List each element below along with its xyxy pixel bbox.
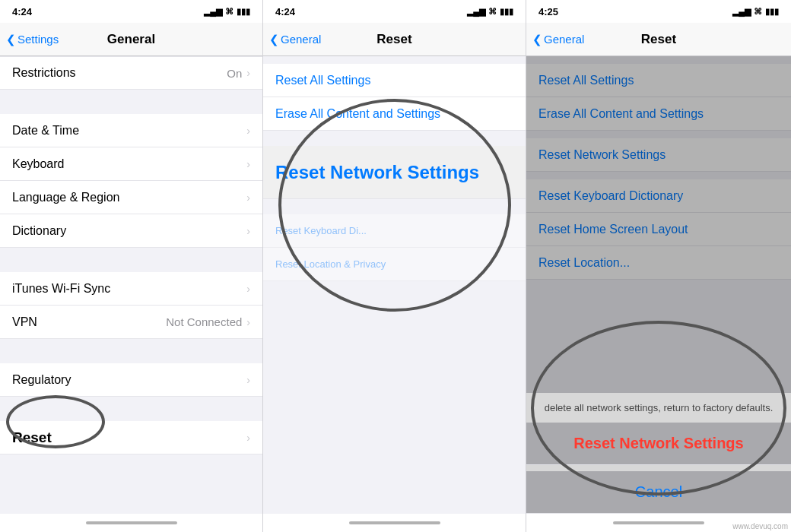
home-indicator-1 <box>0 514 262 532</box>
chevron-icon: › <box>246 67 250 79</box>
list-item-reset[interactable]: Reset › <box>0 421 262 454</box>
status-icons-2: ▂▄▆ ⌘ ▮▮▮ <box>467 7 513 17</box>
itunes-value-group: › <box>246 283 250 295</box>
chevron-icon-8: › <box>246 374 250 386</box>
reset-network-action-label: Reset Network Settings <box>573 435 743 452</box>
mid-reset-all-label: Reset All Settings <box>275 74 370 87</box>
sep-mid-2 <box>263 131 526 146</box>
signal-icon-2: ▂▄▆ <box>467 7 485 17</box>
mid-reset-network[interactable]: Reset Network Settings <box>263 146 526 199</box>
panel-2-reset: 4:24 ▂▄▆ ⌘ ▮▮▮ ❮ General Reset Reset All… <box>263 0 526 532</box>
back-label-1: Settings <box>17 33 59 46</box>
reset-list-2: Reset All Settings Erase All Content and… <box>263 56 526 514</box>
keyboard-label: Keyboard <box>12 157 65 171</box>
time-2: 4:24 <box>275 6 295 17</box>
restrictions-value-group: On › <box>227 67 250 80</box>
restrictions-label: Restrictions <box>12 66 76 80</box>
vpn-label: VPN <box>12 315 37 329</box>
list-item-restrictions[interactable]: Restrictions On › <box>0 56 262 90</box>
chevron-icon-5: › <box>246 225 250 237</box>
panel-1-general: 4:24 ▂▄▆ ⌘ ▮▮▮ ❮ Settings General Restri… <box>0 0 263 532</box>
action-desc-text: delete all network settings, return to f… <box>545 402 774 413</box>
reset-value-group: › <box>246 432 250 444</box>
signal-icon-3: ▂▄▆ <box>732 7 751 17</box>
dictionary-label: Dictionary <box>12 224 66 238</box>
datetime-value-group: › <box>246 125 250 137</box>
datetime-label: Date & Time <box>12 124 79 138</box>
list-item-vpn[interactable]: VPN Not Connected › <box>0 306 262 339</box>
mid-erase-all-label: Erase All Content and Settings <box>275 107 440 121</box>
wifi-icon: ⌘ <box>225 7 233 17</box>
mid-reset-keyboard[interactable]: Reset Keyboard Di... <box>263 214 526 248</box>
home-bar-2 <box>349 521 440 524</box>
regulatory-label: Regulatory <box>12 373 71 387</box>
reset-label-1: Reset <box>12 429 52 446</box>
battery-icon: ▮▮▮ <box>237 7 250 17</box>
home-bar-3 <box>613 521 704 524</box>
back-general-button[interactable]: ❮ General <box>269 33 321 46</box>
nav-bar-1: ❮ Settings General <box>0 23 262 56</box>
status-icons-3: ▂▄▆ ⌘ ▮▮▮ <box>732 7 779 17</box>
mid-reset-location[interactable]: Reset Location & Privacy <box>263 248 526 281</box>
home-bar-1 <box>86 521 177 524</box>
time-1: 4:24 <box>12 6 32 17</box>
status-icons-1: ▂▄▆ ⌘ ▮▮▮ <box>204 7 250 17</box>
list-item-keyboard[interactable]: Keyboard › <box>0 147 262 181</box>
language-label: Language & Region <box>12 191 119 204</box>
panel-3-reset-action: 4:25 ▂▄▆ ⌘ ▮▮▮ ❮ General Reset Reset All… <box>526 0 791 532</box>
chevron-icon-9: › <box>246 432 250 444</box>
cancel-label: Cancel <box>635 483 682 501</box>
back-settings-button[interactable]: ❮ Settings <box>6 33 59 46</box>
back-general-button-3[interactable]: ❮ General <box>532 33 584 46</box>
mid-reset-network-label: Reset Network Settings <box>275 162 479 183</box>
separator-1 <box>0 90 262 114</box>
list-item-datetime[interactable]: Date & Time › <box>0 114 262 147</box>
back-label-2: General <box>281 33 321 46</box>
nav-title-3: Reset <box>641 32 676 47</box>
chevron-icon-2: › <box>246 125 250 137</box>
bottom-space-1 <box>0 454 262 485</box>
sep-mid-3 <box>263 199 526 214</box>
separator-4 <box>0 397 262 421</box>
mid-reset-keyboard-label: Reset Keyboard Di... <box>275 225 367 236</box>
nav-title-1: General <box>107 32 155 47</box>
battery-icon-2: ▮▮▮ <box>500 7 513 17</box>
dictionary-value-group: › <box>246 225 250 237</box>
chevron-left-icon: ❮ <box>6 33 16 46</box>
chevron-left-icon-3: ❮ <box>532 33 542 46</box>
language-value-group: › <box>246 192 250 204</box>
chevron-icon-6: › <box>246 283 250 295</box>
time-3: 4:25 <box>538 6 558 17</box>
chevron-icon-4: › <box>246 192 250 204</box>
wifi-icon-2: ⌘ <box>488 7 497 17</box>
chevron-left-icon-2: ❮ <box>269 33 279 46</box>
chevron-icon-7: › <box>246 316 250 328</box>
separator-2 <box>0 248 262 272</box>
mid-reset-all-settings[interactable]: Reset All Settings <box>263 64 526 97</box>
action-description: delete all network settings, return to f… <box>526 393 791 423</box>
cancel-button[interactable]: Cancel <box>526 471 791 514</box>
mid-erase-all[interactable]: Erase All Content and Settings <box>263 97 526 131</box>
settings-list-1: Restrictions On › Date & Time › Keyboard… <box>0 56 262 514</box>
chevron-icon-3: › <box>246 158 250 170</box>
status-bar-2: 4:24 ▂▄▆ ⌘ ▮▮▮ <box>263 0 526 23</box>
action-divider <box>526 465 791 471</box>
sep-top-2 <box>263 56 526 64</box>
mid-reset-location-label: Reset Location & Privacy <box>275 258 386 270</box>
list-item-dictionary[interactable]: Dictionary › <box>0 214 262 248</box>
list-item-itunes[interactable]: iTunes Wi-Fi Sync › <box>0 272 262 306</box>
signal-icon: ▂▄▆ <box>204 7 222 17</box>
battery-icon-3: ▮▮▮ <box>765 7 779 17</box>
nav-bar-3: ❮ General Reset <box>526 23 791 56</box>
wifi-icon-3: ⌘ <box>754 7 762 17</box>
reset-list-3: Reset All Settings Erase All Content and… <box>526 56 791 514</box>
regulatory-value-group: › <box>246 374 250 386</box>
reset-network-action-button[interactable]: Reset Network Settings <box>526 423 791 465</box>
list-item-language[interactable]: Language & Region › <box>0 181 262 214</box>
list-item-regulatory[interactable]: Regulatory › <box>0 363 262 397</box>
restrictions-value: On <box>227 67 242 80</box>
status-bar-3: 4:25 ▂▄▆ ⌘ ▮▮▮ <box>526 0 791 23</box>
action-sheet: delete all network settings, return to f… <box>526 393 791 514</box>
vpn-value-group: Not Connected › <box>166 315 250 328</box>
itunes-label: iTunes Wi-Fi Sync <box>12 282 110 296</box>
